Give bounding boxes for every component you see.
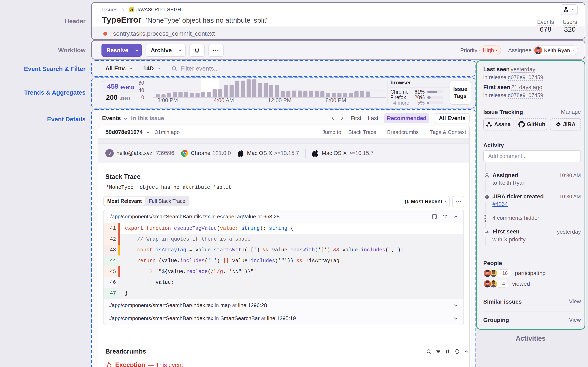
- svg-text:0: 0: [141, 94, 144, 100]
- svg-text:80: 80: [138, 80, 144, 86]
- svg-text:40: 40: [138, 87, 144, 93]
- svg-text:4:00 AM: 4:00 AM: [214, 97, 234, 103]
- svg-text:8:00 PM: 8:00 PM: [157, 97, 178, 103]
- svg-text:8:00 PM: 8:00 PM: [326, 97, 346, 103]
- svg-text:12:00 PM: 12:00 PM: [268, 97, 292, 103]
